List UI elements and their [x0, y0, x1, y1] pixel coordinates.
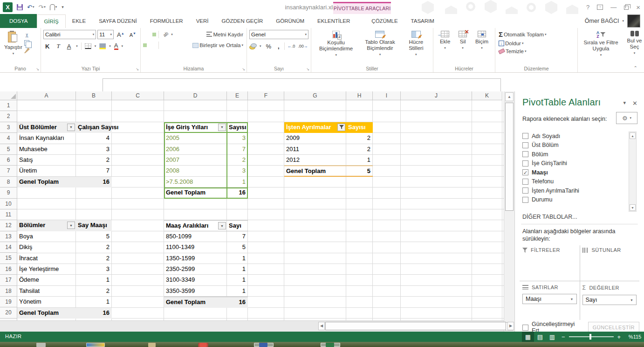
filter-dropdown-icon[interactable]: ▼	[67, 222, 75, 229]
cell-E4[interactable]: 3	[227, 133, 248, 144]
sort-filter-button[interactable]: AZ Sırala ve Filtre Uygula▾	[581, 30, 622, 64]
cell-D16[interactable]: 2350-2599	[164, 264, 227, 275]
zoom-level[interactable]: %115	[624, 334, 641, 340]
row-header-17[interactable]: 17	[0, 275, 17, 285]
row-header-19[interactable]: 19	[0, 297, 17, 307]
cell-B19[interactable]: 1	[76, 297, 112, 307]
field-checkbox[interactable]	[522, 133, 528, 139]
tab-ekle[interactable]: EKLE	[66, 14, 92, 28]
filter-dropdown-icon[interactable]: ▼	[218, 222, 226, 229]
column-header-J[interactable]: J	[401, 91, 472, 100]
bold-button[interactable]: K	[43, 43, 51, 50]
cell-D15[interactable]: 1350-1599	[164, 253, 227, 264]
pivot-ise-giris-yillari-header2[interactable]: Sayısı	[227, 122, 248, 133]
row-header-14[interactable]: 14	[0, 242, 17, 253]
cell-styles-button[interactable]: Hücre Stilleri▾	[402, 30, 431, 64]
column-header-K[interactable]: K	[472, 91, 502, 100]
row-header-4[interactable]: 4	[0, 133, 17, 144]
merge-center-button[interactable]: Birleştir ve Ortala▾	[192, 42, 244, 49]
cell-D18[interactable]: 3350-3599	[164, 286, 227, 297]
ribbon-display-options-icon[interactable]: ↑	[597, 5, 603, 10]
cell-A5[interactable]: Muhasebe	[17, 144, 76, 155]
row-header-18[interactable]: 18	[0, 286, 17, 297]
scroll-left-icon[interactable]: ◀	[318, 322, 325, 330]
field-scroll-down-icon[interactable]: ▼	[630, 204, 636, 211]
column-header-F[interactable]: F	[248, 91, 284, 100]
percent-style-icon[interactable]: %	[264, 43, 274, 50]
row-header-7[interactable]: 7	[0, 166, 17, 176]
column-header-E[interactable]: E	[227, 91, 248, 100]
orientation-icon[interactable]: ab	[161, 30, 170, 39]
tab-çözümle[interactable]: ÇÖZÜMLE	[365, 14, 404, 28]
pivot-maas-araliklari-header2[interactable]: Sayı	[227, 220, 248, 231]
shrink-font-icon[interactable]: A▼	[128, 32, 138, 38]
field-item-üst-bölüm[interactable]: Üst Bölüm	[522, 141, 626, 150]
accounting-format-icon[interactable]	[249, 43, 257, 49]
cell-E14[interactable]: 5	[227, 242, 248, 253]
field-checkbox[interactable]	[522, 151, 528, 157]
tab-dosya[interactable]: DOSYA	[0, 14, 37, 28]
cell-B5[interactable]: 3	[76, 144, 112, 155]
cell-H6[interactable]: 1	[346, 155, 373, 166]
cell-D7[interactable]: 2008	[164, 166, 227, 176]
cell-E5[interactable]: 7	[227, 144, 248, 155]
cell-E19[interactable]: 16	[227, 297, 248, 307]
increase-indent-icon[interactable]	[166, 43, 170, 47]
paste-button[interactable]: Yapıştır▾	[2, 30, 24, 57]
cell-A6[interactable]: Satış	[17, 155, 76, 166]
cell-E9[interactable]: 16	[227, 187, 248, 198]
tab-veri̇[interactable]: VERİ	[190, 14, 215, 28]
rows-area[interactable]: SATIRLAR Maaşı▼	[520, 283, 580, 306]
italic-button[interactable]: T	[55, 42, 62, 50]
pivot-ise-giris-yillari-header[interactable]: İşe Giriş Yılları▼	[164, 122, 227, 133]
pivot-bolumler-header2[interactable]: Say Maaşı	[76, 220, 112, 231]
tab-görünüm[interactable]: GÖRÜNÜM	[269, 14, 311, 28]
column-header-I[interactable]: I	[373, 91, 401, 100]
scroll-up-icon[interactable]: ▲	[505, 92, 514, 101]
autosum-button[interactable]: Σ Otomatik Toplam▾	[498, 30, 548, 39]
grow-font-icon[interactable]: A▲	[115, 31, 126, 38]
pivot-bolumler-total[interactable]: Genel Toplam	[17, 308, 76, 319]
cell-G5[interactable]: 2011	[284, 144, 346, 155]
cell-E6[interactable]: 2	[227, 155, 248, 166]
format-cells-button[interactable]: Biçim▾	[473, 30, 490, 64]
normal-view-icon[interactable]: ▦	[522, 332, 534, 342]
cell-H5[interactable]: 2	[346, 144, 373, 155]
cell-A7[interactable]: Üretim	[17, 166, 76, 176]
cell-B14[interactable]: 2	[76, 242, 112, 253]
cell-G4[interactable]: 2009	[284, 133, 346, 144]
font-name-combo[interactable]: Calibri▾	[43, 30, 96, 39]
cell-A15[interactable]: İhracat	[17, 253, 76, 264]
filter-dropdown-icon[interactable]: ▼	[218, 124, 226, 131]
row-header-12[interactable]: 12	[0, 220, 17, 231]
pane-close-icon[interactable]: ✕	[632, 100, 637, 107]
pivot-ise-giris-yillari-total[interactable]: Genel Toplam	[164, 187, 227, 198]
comma-style-icon[interactable]: ,	[276, 43, 281, 50]
font-color-icon[interactable]: A	[114, 43, 118, 50]
close-icon[interactable]: ×	[636, 3, 640, 11]
top-align-icon[interactable]	[143, 33, 147, 36]
zoom-out-icon[interactable]: −	[562, 333, 565, 340]
row-header-2[interactable]: 2	[0, 111, 17, 122]
tab-formüller[interactable]: FORMÜLLER	[144, 14, 190, 28]
cell-E8[interactable]: 1	[227, 177, 248, 187]
align-right-icon[interactable]	[152, 43, 156, 47]
column-header-B[interactable]: B	[76, 91, 112, 100]
format-painter-icon[interactable]	[24, 48, 30, 53]
row-header-16[interactable]: 16	[0, 264, 17, 275]
pane-options-icon[interactable]: ▾	[623, 100, 626, 107]
tab-eklenti̇ler[interactable]: EKLENTİLER	[311, 14, 356, 28]
grid-body[interactable]: Üst Bölümler▼Çalışan Sayısıİnsan Kaynakl…	[17, 100, 504, 320]
values-field-chip[interactable]: Sayı▼	[582, 295, 637, 305]
cell-H4[interactable]: 2	[346, 133, 373, 144]
filter-dropdown-icon[interactable]: ▼	[67, 124, 75, 131]
scroll-right-icon[interactable]: ▶	[507, 322, 514, 330]
cell-E16[interactable]: 1	[227, 264, 248, 275]
filters-area[interactable]: FİLTRELER	[520, 245, 580, 255]
collapse-ribbon-icon[interactable]: ⌃	[634, 65, 637, 70]
cell-D14[interactable]: 1100-1349	[164, 242, 227, 253]
pivot-maas-araliklari-header[interactable]: Maaş Aralıkları▼	[164, 220, 227, 231]
decrease-decimal-icon[interactable]: .00→	[298, 44, 308, 49]
page-break-view-icon[interactable]: ▥	[546, 332, 558, 342]
cell-A18[interactable]: Tahsilat	[17, 286, 76, 297]
